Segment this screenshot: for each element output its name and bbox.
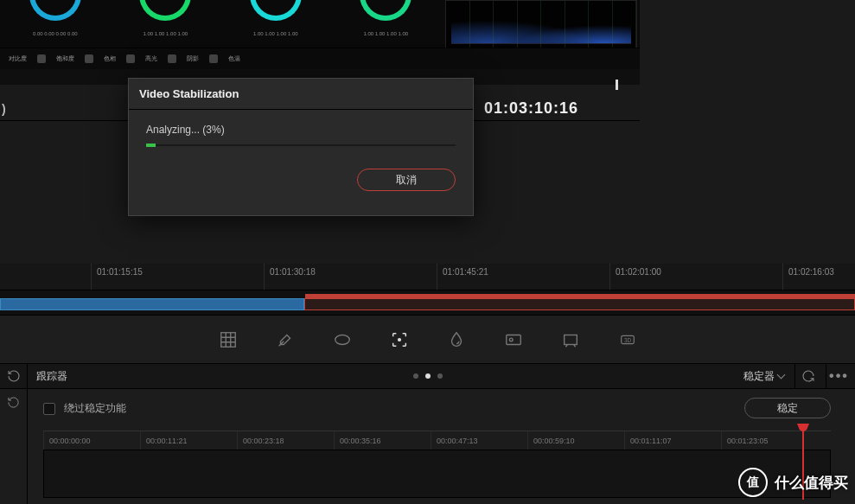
center-palette: 3D [0, 316, 855, 363]
ruler-tick: 01:02:16:03 [782, 264, 834, 290]
mode-dropdown[interactable]: 稳定器 [738, 369, 789, 384]
kf-tick: 00:00:59:10 [527, 431, 575, 450]
watermark-text: 什么值得买 [775, 473, 848, 493]
ruler-tick: 01:01:30:18 [264, 264, 316, 290]
offset-readout: 1.00 1.00 1.00 1.00 [331, 29, 442, 47]
kf-tick: 00:00:00:00 [43, 431, 91, 450]
svg-rect-5 [564, 335, 577, 344]
stabilize-button[interactable]: 稳定 [744, 398, 831, 418]
svg-point-2 [398, 338, 400, 341]
watermark-badge: 值 [738, 468, 768, 497]
adj-hue[interactable]: 色相 [104, 54, 116, 63]
top-right-spacer [640, 0, 855, 121]
kf-tick: 00:00:47:13 [431, 431, 478, 450]
svg-text:3D: 3D [623, 336, 631, 342]
dialog-title: Video Stabilization [129, 79, 473, 110]
page-dot[interactable] [413, 373, 418, 379]
blur-icon[interactable] [444, 328, 469, 352]
history-back-icon[interactable] [0, 363, 28, 389]
svg-rect-3 [506, 335, 520, 344]
cancel-button[interactable]: 取消 [357, 169, 456, 191]
sizing-icon[interactable] [558, 328, 583, 352]
lift-readout: 0.00 0.00 0.00 0.00 [0, 29, 111, 47]
gain-readout: 1.00 1.00 1.00 1.00 [220, 29, 331, 47]
adjustment-strip: 对比度 饱和度 色相 高光 阴影 色温 [0, 48, 640, 69]
thumbnail-timeline-ruler[interactable]: 01:01:15:15 01:01:30:18 01:01:45:21 01:0… [0, 264, 855, 290]
stabilizer-side-tools [0, 389, 28, 504]
side-history-icon[interactable] [0, 389, 27, 415]
mode-label: 稳定器 [743, 369, 775, 384]
bypass-checkbox[interactable] [43, 403, 55, 415]
grid-icon[interactable] [216, 328, 240, 352]
ruler-tick: 01:02:01:00 [609, 264, 661, 290]
keyframe-ruler[interactable]: 00:00:00:00 00:00:11:21 00:00:23:18 00:0… [43, 431, 831, 450]
kf-tick: 00:00:23:18 [237, 431, 284, 450]
stabilization-dialog: Video Stabilization Analyzing... (3%) 取消 [128, 78, 474, 216]
video-scope [445, 0, 637, 48]
window-icon[interactable] [330, 328, 354, 352]
timecode-display[interactable]: 01:03:10:16 [484, 99, 578, 118]
svg-point-1 [335, 335, 349, 344]
key-icon[interactable] [501, 328, 526, 352]
eyedropper-icon[interactable] [273, 328, 297, 352]
adj-saturation[interactable]: 饱和度 [56, 54, 74, 63]
ruler-tick: 01:01:45:21 [437, 264, 488, 290]
clip-segment-b[interactable] [304, 298, 855, 310]
page-dot-active[interactable] [425, 373, 431, 379]
watermark: 值 什么值得买 [738, 468, 848, 497]
adj-temp[interactable]: 色温 [228, 54, 240, 63]
gamma-readout: 1.00 1.00 1.00 1.00 [111, 29, 221, 47]
page-indicator[interactable] [413, 373, 443, 379]
kf-tick: 00:01:11:07 [624, 431, 672, 450]
page-dot[interactable] [437, 373, 443, 379]
reset-icon[interactable] [794, 363, 820, 389]
svg-point-4 [509, 338, 513, 341]
chevron-down-icon [778, 370, 784, 382]
adj-shadow[interactable]: 阴影 [187, 54, 199, 63]
more-menu-icon[interactable]: ••• [826, 363, 852, 389]
in-point-marker[interactable] [616, 80, 618, 90]
color-wheel-panel: 0.00 0.00 0.00 0.00 1.00 1.00 1.00 1.00 … [0, 0, 640, 69]
progress-fill [146, 144, 156, 147]
progress-bar [146, 144, 456, 146]
panel-title: 跟踪器 [28, 369, 76, 384]
kf-tick: 00:01:23:05 [721, 431, 769, 450]
clip-segment-a[interactable] [0, 298, 304, 310]
adj-contrast[interactable]: 对比度 [9, 54, 27, 63]
svg-rect-0 [220, 332, 235, 347]
kf-tick: 00:00:35:16 [334, 431, 381, 450]
kf-tick: 00:00:11:21 [140, 431, 188, 450]
tracker-icon[interactable] [387, 328, 412, 352]
3d-icon[interactable]: 3D [616, 328, 640, 352]
bypass-label: 绕过稳定功能 [64, 401, 126, 416]
dialog-status-text: Analyzing... (3%) [146, 124, 456, 136]
viewer-title-suffix: ) [2, 102, 6, 116]
adj-highlight[interactable]: 高光 [145, 54, 157, 63]
tracker-panel-header: 跟踪器 稳定器 ••• [0, 363, 855, 389]
stabilizer-content: 绕过稳定功能 稳定 00:00:00:00 00:00:11:21 00:00:… [28, 389, 855, 504]
ruler-tick: 01:01:15:15 [91, 264, 143, 290]
keyframe-track[interactable] [43, 450, 831, 498]
